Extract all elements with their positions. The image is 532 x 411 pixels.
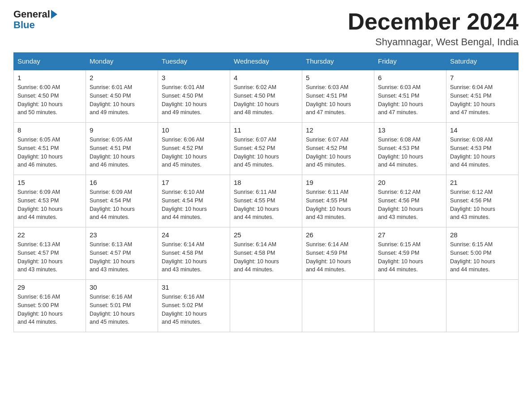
calendar-cell: 6Sunrise: 6:03 AMSunset: 4:51 PMDaylight… bbox=[374, 70, 446, 123]
day-info: Sunrise: 6:04 AMSunset: 4:51 PMDaylight:… bbox=[450, 83, 515, 117]
day-info: Sunrise: 6:11 AMSunset: 4:55 PMDaylight:… bbox=[234, 188, 298, 222]
calendar-header-thursday: Thursday bbox=[302, 53, 374, 70]
day-info: Sunrise: 6:12 AMSunset: 4:56 PMDaylight:… bbox=[450, 188, 515, 222]
day-info: Sunrise: 6:14 AMSunset: 4:58 PMDaylight:… bbox=[162, 240, 226, 274]
day-info: Sunrise: 6:16 AMSunset: 5:00 PMDaylight:… bbox=[17, 293, 82, 326]
day-info: Sunrise: 6:00 AMSunset: 4:50 PMDaylight:… bbox=[17, 83, 82, 117]
calendar-week-row: 8Sunrise: 6:05 AMSunset: 4:51 PMDaylight… bbox=[14, 123, 519, 175]
calendar-cell: 27Sunrise: 6:15 AMSunset: 4:59 PMDayligh… bbox=[374, 227, 446, 280]
day-number: 30 bbox=[90, 283, 154, 291]
calendar-table: SundayMondayTuesdayWednesdayThursdayFrid… bbox=[13, 52, 519, 332]
day-number: 19 bbox=[306, 179, 370, 186]
day-info: Sunrise: 6:10 AMSunset: 4:54 PMDaylight:… bbox=[162, 188, 226, 222]
day-info: Sunrise: 6:13 AMSunset: 4:57 PMDaylight:… bbox=[17, 240, 82, 274]
day-number: 12 bbox=[306, 126, 370, 134]
day-number: 7 bbox=[450, 74, 515, 81]
calendar-cell: 17Sunrise: 6:10 AMSunset: 4:54 PMDayligh… bbox=[158, 175, 230, 227]
calendar-cell bbox=[446, 280, 519, 332]
day-number: 16 bbox=[90, 179, 154, 186]
calendar-cell: 9Sunrise: 6:05 AMSunset: 4:51 PMDaylight… bbox=[86, 123, 158, 175]
calendar-header-row: SundayMondayTuesdayWednesdayThursdayFrid… bbox=[14, 53, 519, 70]
day-info: Sunrise: 6:07 AMSunset: 4:52 PMDaylight:… bbox=[234, 136, 298, 169]
calendar-cell: 12Sunrise: 6:07 AMSunset: 4:52 PMDayligh… bbox=[302, 123, 374, 175]
day-number: 8 bbox=[17, 126, 82, 134]
day-info: Sunrise: 6:08 AMSunset: 4:53 PMDaylight:… bbox=[450, 136, 515, 169]
page-header: General Blue December 2024 Shyamnagar, W… bbox=[13, 9, 519, 48]
logo-arrow-icon bbox=[51, 10, 57, 19]
day-info: Sunrise: 6:07 AMSunset: 4:52 PMDaylight:… bbox=[306, 136, 370, 169]
calendar-week-row: 1Sunrise: 6:00 AMSunset: 4:50 PMDaylight… bbox=[14, 70, 519, 123]
calendar-cell: 2Sunrise: 6:01 AMSunset: 4:50 PMDaylight… bbox=[86, 70, 158, 123]
month-title: December 2024 bbox=[348, 9, 519, 34]
calendar-cell: 24Sunrise: 6:14 AMSunset: 4:58 PMDayligh… bbox=[158, 227, 230, 280]
logo-general-text: General bbox=[13, 9, 50, 20]
calendar-cell: 8Sunrise: 6:05 AMSunset: 4:51 PMDaylight… bbox=[14, 123, 86, 175]
day-info: Sunrise: 6:01 AMSunset: 4:50 PMDaylight:… bbox=[162, 83, 226, 117]
calendar-cell: 20Sunrise: 6:12 AMSunset: 4:56 PMDayligh… bbox=[374, 175, 446, 227]
day-number: 27 bbox=[378, 231, 442, 239]
day-number: 31 bbox=[162, 283, 226, 291]
calendar-cell: 19Sunrise: 6:11 AMSunset: 4:55 PMDayligh… bbox=[302, 175, 374, 227]
calendar-cell: 5Sunrise: 6:03 AMSunset: 4:51 PMDaylight… bbox=[302, 70, 374, 123]
calendar-cell: 1Sunrise: 6:00 AMSunset: 4:50 PMDaylight… bbox=[14, 70, 86, 123]
day-number: 26 bbox=[306, 231, 370, 239]
logo: General Blue bbox=[13, 9, 57, 30]
day-info: Sunrise: 6:11 AMSunset: 4:55 PMDaylight:… bbox=[306, 188, 370, 222]
day-info: Sunrise: 6:16 AMSunset: 5:01 PMDaylight:… bbox=[90, 293, 154, 326]
day-number: 5 bbox=[306, 74, 370, 81]
title-block: December 2024 Shyamnagar, West Bengal, I… bbox=[348, 9, 519, 48]
day-number: 2 bbox=[90, 74, 154, 81]
day-info: Sunrise: 6:05 AMSunset: 4:51 PMDaylight:… bbox=[17, 136, 82, 169]
day-number: 9 bbox=[90, 126, 154, 134]
day-number: 29 bbox=[17, 283, 82, 291]
calendar-cell: 11Sunrise: 6:07 AMSunset: 4:52 PMDayligh… bbox=[230, 123, 302, 175]
day-info: Sunrise: 6:05 AMSunset: 4:51 PMDaylight:… bbox=[90, 136, 154, 169]
day-number: 13 bbox=[378, 126, 442, 134]
calendar-header-tuesday: Tuesday bbox=[158, 53, 230, 70]
day-info: Sunrise: 6:02 AMSunset: 4:50 PMDaylight:… bbox=[234, 83, 298, 117]
day-info: Sunrise: 6:03 AMSunset: 4:51 PMDaylight:… bbox=[306, 83, 370, 117]
day-info: Sunrise: 6:06 AMSunset: 4:52 PMDaylight:… bbox=[162, 136, 226, 169]
day-info: Sunrise: 6:09 AMSunset: 4:54 PMDaylight:… bbox=[90, 188, 154, 222]
day-info: Sunrise: 6:14 AMSunset: 4:59 PMDaylight:… bbox=[306, 240, 370, 274]
calendar-week-row: 15Sunrise: 6:09 AMSunset: 4:53 PMDayligh… bbox=[14, 175, 519, 227]
calendar-cell: 22Sunrise: 6:13 AMSunset: 4:57 PMDayligh… bbox=[14, 227, 86, 280]
day-info: Sunrise: 6:13 AMSunset: 4:57 PMDaylight:… bbox=[90, 240, 154, 274]
calendar-cell: 23Sunrise: 6:13 AMSunset: 4:57 PMDayligh… bbox=[86, 227, 158, 280]
day-info: Sunrise: 6:03 AMSunset: 4:51 PMDaylight:… bbox=[378, 83, 442, 117]
calendar-header-friday: Friday bbox=[374, 53, 446, 70]
location-title: Shyamnagar, West Bengal, India bbox=[348, 36, 519, 48]
day-number: 21 bbox=[450, 179, 515, 186]
calendar-cell bbox=[374, 280, 446, 332]
day-info: Sunrise: 6:16 AMSunset: 5:02 PMDaylight:… bbox=[162, 293, 226, 326]
calendar-cell: 30Sunrise: 6:16 AMSunset: 5:01 PMDayligh… bbox=[86, 280, 158, 332]
day-info: Sunrise: 6:08 AMSunset: 4:53 PMDaylight:… bbox=[378, 136, 442, 169]
calendar-cell: 7Sunrise: 6:04 AMSunset: 4:51 PMDaylight… bbox=[446, 70, 519, 123]
day-info: Sunrise: 6:09 AMSunset: 4:53 PMDaylight:… bbox=[17, 188, 82, 222]
day-number: 4 bbox=[234, 74, 298, 81]
day-number: 20 bbox=[378, 179, 442, 186]
day-number: 15 bbox=[17, 179, 82, 186]
day-number: 10 bbox=[162, 126, 226, 134]
day-info: Sunrise: 6:12 AMSunset: 4:56 PMDaylight:… bbox=[378, 188, 442, 222]
calendar-header-sunday: Sunday bbox=[14, 53, 86, 70]
calendar-cell: 14Sunrise: 6:08 AMSunset: 4:53 PMDayligh… bbox=[446, 123, 519, 175]
day-number: 25 bbox=[234, 231, 298, 239]
calendar-cell: 4Sunrise: 6:02 AMSunset: 4:50 PMDaylight… bbox=[230, 70, 302, 123]
calendar-cell: 18Sunrise: 6:11 AMSunset: 4:55 PMDayligh… bbox=[230, 175, 302, 227]
day-number: 28 bbox=[450, 231, 515, 239]
calendar-cell: 26Sunrise: 6:14 AMSunset: 4:59 PMDayligh… bbox=[302, 227, 374, 280]
day-number: 11 bbox=[234, 126, 298, 134]
day-number: 3 bbox=[162, 74, 226, 81]
calendar-cell bbox=[302, 280, 374, 332]
day-info: Sunrise: 6:15 AMSunset: 5:00 PMDaylight:… bbox=[450, 240, 515, 274]
calendar-week-row: 22Sunrise: 6:13 AMSunset: 4:57 PMDayligh… bbox=[14, 227, 519, 280]
day-number: 24 bbox=[162, 231, 226, 239]
day-number: 18 bbox=[234, 179, 298, 186]
day-info: Sunrise: 6:14 AMSunset: 4:58 PMDaylight:… bbox=[234, 240, 298, 274]
day-number: 17 bbox=[162, 179, 226, 186]
calendar-cell: 15Sunrise: 6:09 AMSunset: 4:53 PMDayligh… bbox=[14, 175, 86, 227]
calendar-cell: 13Sunrise: 6:08 AMSunset: 4:53 PMDayligh… bbox=[374, 123, 446, 175]
day-number: 6 bbox=[378, 74, 442, 81]
calendar-cell: 25Sunrise: 6:14 AMSunset: 4:58 PMDayligh… bbox=[230, 227, 302, 280]
